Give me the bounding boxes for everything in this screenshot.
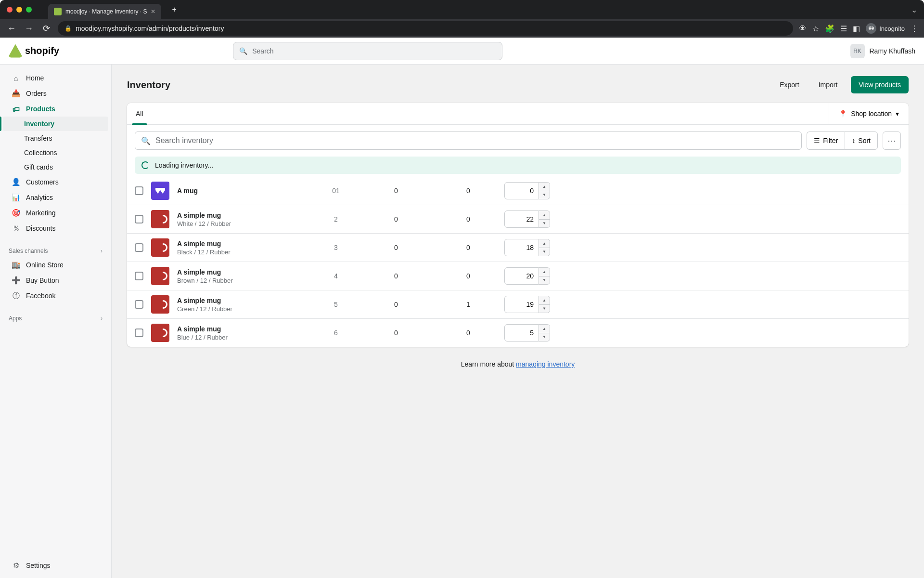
reload-button[interactable]: ⟳ [40,23,52,34]
product-name[interactable]: A simple mug [177,297,312,304]
analytics-icon: 📊 [12,193,20,202]
product-variant: White / 12 / Rubber [177,220,312,227]
step-down-button[interactable]: ▼ [539,220,550,228]
view-products-button[interactable]: View products [851,76,909,93]
step-up-button[interactable]: ▲ [539,211,550,220]
chevron-right-icon[interactable]: › [101,315,103,322]
product-name[interactable]: A mug [177,187,312,195]
eye-off-icon[interactable]: 👁 [799,24,807,33]
maximize-window-button[interactable] [26,7,32,13]
product-thumbnail [151,324,169,342]
sidebar: ⌂Home 📥Orders 🏷Products Inventory Transf… [0,65,112,578]
extensions-icon[interactable]: 🧩 [825,24,834,33]
step-down-button[interactable]: ▼ [539,305,550,313]
incoming-cell: 0 [360,329,432,337]
close-tab-icon[interactable]: ✕ [151,8,155,15]
url-bar[interactable]: 🔒 moodjoy.myshopify.com/admin/products/i… [58,21,793,36]
step-down-button[interactable]: ▼ [539,248,550,256]
import-button[interactable]: Import [813,77,844,92]
product-name[interactable]: A simple mug [177,211,312,219]
sort-button[interactable]: ↕Sort [845,131,878,150]
tab-all[interactable]: All [127,103,152,124]
nav-products[interactable]: 🏷Products [3,101,108,117]
customers-icon: 👤 [12,178,20,186]
filter-button[interactable]: ☰Filter [807,131,845,150]
nav-online-store[interactable]: 🏬Online Store [3,257,108,273]
reading-list-icon[interactable]: ☰ [840,24,847,33]
step-up-button[interactable]: ▲ [539,183,550,191]
table-row: A simple mug Green / 12 / Rubber 5 0 1 ▲… [127,290,909,318]
table-row: A simple mug Brown / 12 / Rubber 4 0 0 ▲… [127,262,909,290]
chevron-right-icon[interactable]: › [101,248,103,254]
nav-customers[interactable]: 👤Customers [3,174,108,190]
nav-settings[interactable]: ⚙Settings [3,558,108,573]
product-name[interactable]: A simple mug [177,268,312,276]
step-up-button[interactable]: ▲ [539,239,550,248]
row-checkbox[interactable] [135,186,143,195]
nav-discounts[interactable]: ％Discounts [3,221,108,236]
incoming-cell: 0 [360,187,432,195]
browser-toolbar: ← → ⟳ 🔒 moodjoy.myshopify.com/admin/prod… [0,19,924,38]
row-checkbox[interactable] [135,272,143,280]
global-search[interactable]: 🔍 Search [233,42,502,60]
product-name[interactable]: A simple mug [177,325,312,333]
search-icon: 🔍 [239,47,247,55]
nav-gift-cards[interactable]: Gift cards [3,160,108,174]
more-actions-button[interactable]: ⋯ [883,131,901,150]
back-button[interactable]: ← [6,24,17,34]
row-checkbox[interactable] [135,300,143,309]
nav-facebook[interactable]: ⓕFacebook [3,288,108,303]
nav-collections[interactable]: Collections [3,145,108,160]
quantity-input[interactable] [504,296,539,313]
minimize-window-button[interactable] [16,7,22,13]
forward-button[interactable]: → [23,24,35,34]
product-thumbnail [151,182,169,200]
browser-tab-bar: moodjoy · Manage Inventory · S ✕ + ⌄ [0,0,924,19]
nav-transfers[interactable]: Transfers [3,131,108,145]
quantity-input[interactable] [504,210,539,228]
sku-cell: 5 [312,301,360,308]
step-up-button[interactable]: ▲ [539,325,550,333]
row-checkbox[interactable] [135,328,143,337]
browser-tab[interactable]: moodjoy · Manage Inventory · S ✕ [48,4,161,19]
nav-home[interactable]: ⌂Home [3,70,108,86]
search-placeholder: Search inventory [155,136,213,145]
new-tab-button[interactable]: + [172,5,176,14]
shopify-logo[interactable]: shopify [9,44,59,58]
nav-marketing[interactable]: 🎯Marketing [3,205,108,221]
step-up-button[interactable]: ▲ [539,268,550,276]
page-header: Inventory Export Import View products [127,76,909,93]
nav-inventory[interactable]: Inventory [3,117,108,131]
section-apps: Apps › [0,310,111,325]
overflow-menu-icon[interactable]: ⋮ [911,24,918,33]
sort-icon: ↕ [852,137,855,144]
sku-cell: 6 [312,329,360,337]
step-down-button[interactable]: ▼ [539,276,550,285]
star-icon[interactable]: ☆ [812,24,819,33]
incognito-badge[interactable]: 🕶 Incognito [866,23,905,34]
quantity-input[interactable] [504,267,539,285]
nav-buy-button[interactable]: ➕Buy Button [3,273,108,288]
step-up-button[interactable]: ▲ [539,296,550,305]
step-down-button[interactable]: ▼ [539,333,550,342]
quantity-input[interactable] [504,182,539,199]
step-down-button[interactable]: ▼ [539,191,550,199]
product-name[interactable]: A simple mug [177,240,312,248]
incognito-icon: 🕶 [866,23,876,34]
location-picker[interactable]: 📍 Shop location ▾ [829,103,909,124]
inventory-card: All 📍 Shop location ▾ 🔍 Search inventory… [127,103,909,347]
nav-orders[interactable]: 📥Orders [3,86,108,101]
row-checkbox[interactable] [135,243,143,252]
tab-overflow-icon[interactable]: ⌄ [911,5,917,14]
close-window-button[interactable] [7,7,13,13]
quantity-input[interactable] [504,239,539,256]
export-button[interactable]: Export [774,77,805,92]
row-checkbox[interactable] [135,215,143,223]
sidepanel-icon[interactable]: ◧ [853,24,860,33]
facebook-icon: ⓕ [12,291,20,300]
quantity-input[interactable] [504,324,539,342]
managing-inventory-link[interactable]: managing inventory [516,360,575,368]
nav-analytics[interactable]: 📊Analytics [3,190,108,205]
user-menu[interactable]: RK Ramy Khuffash [850,44,915,58]
inventory-search[interactable]: 🔍 Search inventory [135,131,802,150]
